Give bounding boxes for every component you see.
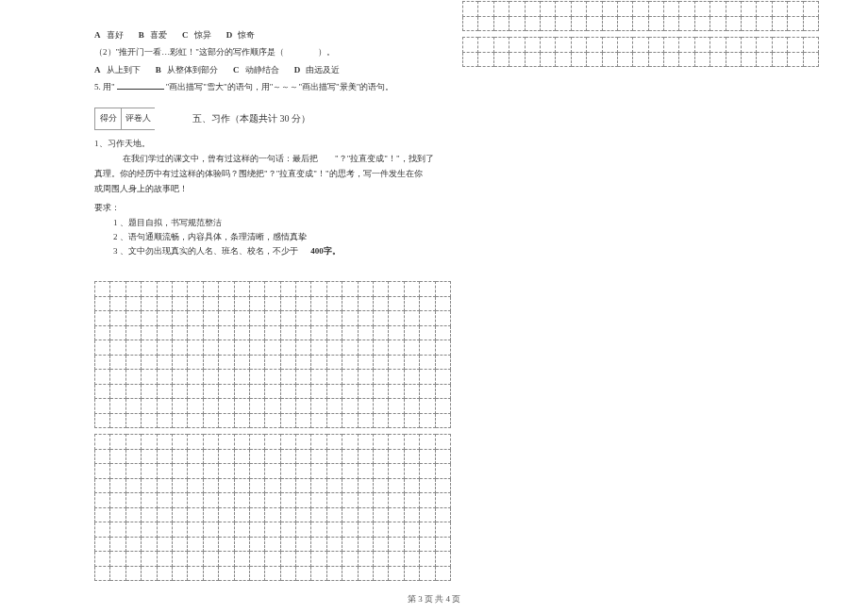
req3a: 3 、文中勿出现真实的人名、班名、校名，不少于: [113, 246, 298, 256]
options-row-2: A从上到下 B从整体到部分 C动静结合 D由远及近: [94, 63, 443, 76]
section-title: 五、习作（本题共计 30 分）: [192, 112, 310, 125]
opt-a-text: 喜好: [107, 30, 124, 40]
essay-line1b: "？"拉直变成"！"，找到了: [335, 154, 434, 163]
grid-main-1: [94, 281, 451, 428]
options-row-1: A喜好 B喜爱 C惊异 D惊奇: [94, 28, 443, 41]
opt2-a-label: A: [94, 65, 101, 75]
opt2-b-label: B: [156, 65, 161, 75]
question-2: （2）"推开门一看…彩虹！"这部分的写作顺序是（ ）。: [94, 45, 443, 58]
req3b: 400字。: [310, 246, 341, 256]
score-cell: 得分: [94, 108, 121, 130]
essay-heading: 1、习作天地。: [94, 136, 443, 151]
grid-small-2: [462, 37, 819, 67]
req-1: 1 、题目自拟，书写规范整洁: [113, 216, 443, 230]
requirements: 要求： 1 、题目自拟，书写规范整洁 2 、语句通顺流畅，内容具体，条理清晰，感…: [94, 200, 443, 258]
req-2: 2 、语句通顺流畅，内容具体，条理清晰，感情真挚: [113, 230, 443, 244]
writing-grid-small: [462, 1, 819, 67]
opt-c-text: 惊异: [194, 30, 211, 40]
score-box-row: 得分 评卷人 五、习作（本题共计 30 分）: [94, 108, 443, 130]
opt-b-text: 喜爱: [150, 30, 167, 40]
essay-line1: 在我们学过的课文中，曾有过这样的一句话：最后把 "？"拉直变成"！"，找到了: [123, 151, 443, 166]
grader-cell: 评卷人: [121, 108, 155, 130]
writing-grid-main: [94, 281, 451, 581]
q5-prefix: 5. 用": [94, 82, 115, 91]
opt-b-label: B: [139, 30, 144, 40]
opt2-b-text: 从整体到部分: [167, 65, 218, 75]
opt-c-label: C: [182, 30, 189, 40]
essay-line2: 真理。你的经历中有过这样的体验吗？围绕把"？"拉直变成"！"的思考，写一件发生在…: [94, 166, 443, 181]
opt2-a-text: 从上到下: [107, 65, 141, 75]
opt-a-label: A: [94, 30, 101, 40]
essay-prompt: 1、习作天地。 在我们学过的课文中，曾有过这样的一句话：最后把 "？"拉直变成"…: [94, 136, 443, 259]
essay-line3: 或周围人身上的故事吧！: [94, 181, 443, 196]
wavy-line: ～～～: [273, 82, 298, 91]
page-footer: 第 3 页 共 4 页: [0, 593, 868, 605]
opt2-c-text: 动静结合: [245, 65, 279, 75]
opt2-d-text: 由远及近: [306, 65, 340, 75]
req-3: 3 、文中勿出现真实的人名、班名、校名，不少于 400字。: [113, 244, 443, 258]
question-5: 5. 用""画出描写"雪大"的语句，用"～～～"画出描写"景美"的语句。: [94, 80, 443, 93]
q5-suffix: "画出描写"景美"的语句。: [298, 82, 393, 91]
opt-d-label: D: [226, 30, 233, 40]
blank-underline: [117, 89, 164, 90]
opt2-d-label: D: [294, 65, 301, 75]
opt-d-text: 惊奇: [238, 30, 255, 40]
grid-small-1: [462, 1, 819, 31]
req-heading: 要求：: [94, 200, 443, 215]
grid-main-2: [94, 434, 451, 581]
essay-line1a: 在我们学过的课文中，曾有过这样的一句话：最后把: [123, 154, 318, 163]
opt2-c-label: C: [233, 65, 240, 75]
q5-mid: "画出描写"雪大"的语句，用": [166, 82, 274, 91]
